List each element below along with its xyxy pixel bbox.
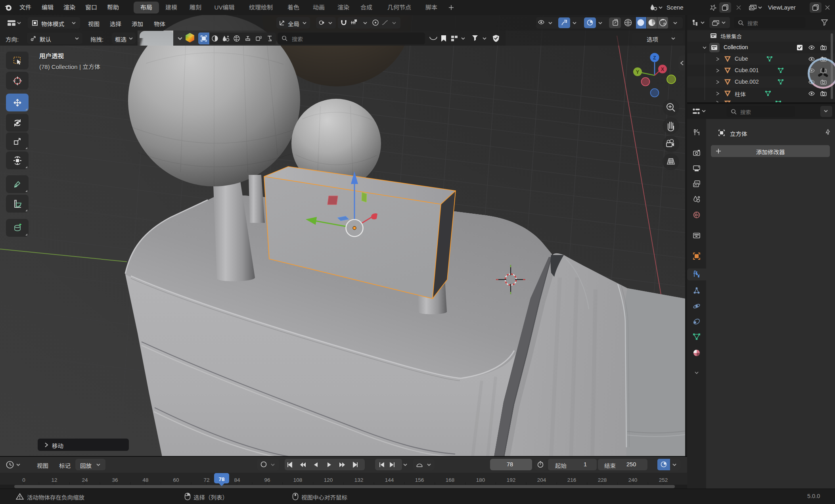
svg-text:Z: Z: [653, 55, 656, 61]
svg-text:X: X: [661, 67, 664, 72]
svg-text:Y: Y: [636, 69, 639, 75]
